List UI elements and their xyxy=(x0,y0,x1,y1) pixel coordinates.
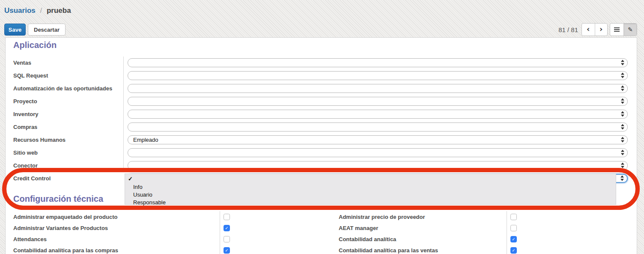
field-label: Ventas xyxy=(13,60,128,66)
field-label: Compras xyxy=(13,124,128,130)
field-label: Automatización de las oportunidades xyxy=(13,85,128,92)
field-row-proyecto: Proyecto xyxy=(13,95,628,108)
pager-buttons: ‹ › xyxy=(581,23,608,36)
select-stepper-icon xyxy=(620,176,624,181)
checkbox-precio-proveedor[interactable]: ✓ xyxy=(510,214,517,220)
form-view-button[interactable]: ✎ xyxy=(623,24,637,36)
dropdown-option-responsable[interactable]: Responsable xyxy=(125,198,616,206)
form-sheet: Aplicación Ventas SQL Request Automatiza… xyxy=(5,37,637,254)
checkbox-variantes-productos[interactable]: ✓ xyxy=(224,225,230,231)
setting-label: AEAT manager xyxy=(339,222,507,233)
dropdown-option-usuario[interactable]: Usuario xyxy=(125,191,616,198)
field-row-sql-request: SQL Request xyxy=(13,69,628,82)
setting-label: Administrar Variantes de Productos xyxy=(13,222,220,233)
dropdown-option-info[interactable]: Info xyxy=(125,183,616,191)
field-label: Sitio web xyxy=(13,149,128,156)
setting-label: Administrar precio de proveedor xyxy=(339,211,507,222)
select-stepper-icon xyxy=(621,86,624,91)
checkbox-aeat-manager[interactable]: ✓ xyxy=(510,225,517,231)
setting-row: AEAT manager ✓ xyxy=(339,222,578,233)
list-view-button[interactable] xyxy=(610,24,623,36)
setting-label: Attendances xyxy=(13,233,220,245)
breadcrumb-separator: / xyxy=(40,6,42,15)
credit-control-dropdown-menu: ✓ Info Usuario Responsable xyxy=(125,173,616,205)
field-label: SQL Request xyxy=(13,72,128,79)
list-icon xyxy=(614,27,620,28)
select-stepper-icon xyxy=(621,124,624,130)
field-row-inventory: Inventory xyxy=(13,108,628,120)
application-fields: Ventas SQL Request Automatización de las… xyxy=(13,56,628,185)
setting-row: Administrar Variantes de Productos ✓ xyxy=(13,222,253,233)
setting-row: Contabilidad analítica para las ventas ✓ xyxy=(339,245,578,254)
field-row-compras: Compras xyxy=(13,120,628,133)
setting-row: Administrar precio de proveedor ✓ xyxy=(339,211,578,222)
select-stepper-icon xyxy=(621,99,624,104)
field-row-ventas: Ventas xyxy=(13,56,628,69)
select-stepper-icon xyxy=(621,60,624,66)
field-label: Recursos Humanos xyxy=(13,137,128,143)
select-value: Empleado xyxy=(128,137,158,143)
setting-label: Contabilidad analítica para las ventas xyxy=(339,245,507,254)
field-row-conector: Conector xyxy=(13,159,628,172)
checkbox-empaquetado-producto[interactable]: ✓ xyxy=(224,214,230,220)
checkbox-contabilidad-compras[interactable]: ✓ xyxy=(224,247,230,254)
conector-select[interactable] xyxy=(128,161,628,170)
select-stepper-icon xyxy=(621,73,624,78)
pager-previous-button[interactable]: ‹ xyxy=(582,24,595,36)
field-row-sitio-web: Sitio web xyxy=(13,146,628,159)
ventas-select[interactable] xyxy=(128,58,628,67)
field-row-recursos-humanos: Recursos Humanos Empleado xyxy=(13,133,628,146)
checkmark-icon: ✓ xyxy=(128,176,133,182)
technical-settings-left-column: Administrar empaquetado del producto ✓ A… xyxy=(13,211,253,254)
dropdown-option-empty-selected[interactable]: ✓ xyxy=(125,175,616,183)
pager-counter: 81 / 81 xyxy=(546,26,578,33)
select-stepper-icon xyxy=(621,111,624,117)
field-label: Inventory xyxy=(13,111,128,117)
select-stepper-icon xyxy=(621,150,624,155)
check-icon: ✓ xyxy=(225,226,228,230)
select-stepper-icon xyxy=(621,163,624,168)
checkbox-contabilidad-analitica[interactable]: ✓ xyxy=(510,236,517,242)
breadcrumb-current-record: prueba xyxy=(47,6,71,15)
save-button[interactable]: Save xyxy=(4,24,26,36)
field-label: Conector xyxy=(13,162,128,169)
setting-row: Attendances ✓ xyxy=(13,233,253,245)
view-switcher: ✎ xyxy=(610,23,637,36)
select-stepper-icon xyxy=(621,137,624,143)
proyecto-select[interactable] xyxy=(128,97,628,106)
chevron-left-icon: ‹ xyxy=(587,25,590,34)
setting-label: Administrar empaquetado del producto xyxy=(13,211,220,222)
setting-row: Contabilidad analítica ✓ xyxy=(339,233,578,245)
check-icon: ✓ xyxy=(512,237,515,242)
odoo-user-form-page: { "breadcrumb": { "parent": "Usuarios", … xyxy=(0,0,644,254)
recursos-humanos-select[interactable]: Empleado xyxy=(128,135,628,144)
discard-button[interactable]: Descartar xyxy=(28,24,66,36)
setting-label: Contabilidad analítica para las compras xyxy=(13,245,220,254)
inventory-select[interactable] xyxy=(128,110,628,119)
edit-form-icon: ✎ xyxy=(628,26,633,33)
sql-request-select[interactable] xyxy=(128,71,628,80)
checkbox-attendances[interactable]: ✓ xyxy=(224,236,230,242)
section-title-technical: Configuración técnica xyxy=(13,194,103,204)
check-icon: ✓ xyxy=(512,248,515,253)
compras-select[interactable] xyxy=(128,123,628,131)
setting-label: Contabilidad analítica xyxy=(339,233,507,245)
field-label: Proyecto xyxy=(13,98,128,105)
field-label: Credit Control xyxy=(13,175,128,182)
chevron-right-icon: › xyxy=(599,25,602,34)
sitio-web-select[interactable] xyxy=(128,148,628,157)
check-icon: ✓ xyxy=(225,248,228,253)
pager-next-button[interactable]: › xyxy=(595,24,608,36)
setting-row: Administrar empaquetado del producto ✓ xyxy=(13,211,253,222)
section-title-application: Aplicación xyxy=(13,40,57,50)
technical-settings-right-column: Administrar precio de proveedor ✓ AEAT m… xyxy=(339,211,578,254)
automatizacion-select[interactable] xyxy=(128,84,628,93)
field-row-automatizacion: Automatización de las oportunidades xyxy=(13,82,628,95)
setting-row: Contabilidad analítica para las compras … xyxy=(13,245,253,254)
breadcrumb: Usuarios / prueba xyxy=(4,6,71,15)
breadcrumb-users-link[interactable]: Usuarios xyxy=(4,6,36,15)
checkbox-contabilidad-ventas[interactable]: ✓ xyxy=(510,247,517,254)
